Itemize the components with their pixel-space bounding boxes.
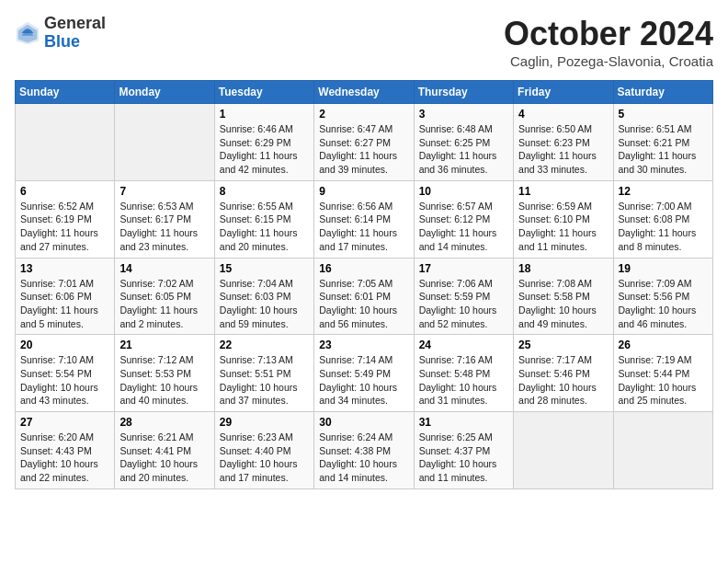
day-number: 28 [119, 416, 209, 429]
sunrise: Sunrise: 6:23 AM [220, 431, 293, 442]
day-info: Sunrise: 7:06 AM Sunset: 5:59 PM Dayligh… [419, 277, 508, 331]
calendar-cell: 28 Sunrise: 6:21 AM Sunset: 4:41 PM Dayl… [115, 412, 214, 489]
day-info: Sunrise: 7:02 AM Sunset: 6:05 PM Dayligh… [119, 277, 209, 331]
sunrise: Sunrise: 6:48 AM [419, 123, 493, 134]
header-row: SundayMondayTuesdayWednesdayThursdayFrid… [16, 81, 713, 104]
calendar-cell [16, 104, 115, 181]
week-row-5: 27 Sunrise: 6:20 AM Sunset: 4:43 PM Dayl… [16, 412, 713, 489]
calendar-cell: 8 Sunrise: 6:55 AM Sunset: 6:15 PM Dayli… [214, 180, 313, 258]
day-info: Sunrise: 6:53 AM Sunset: 6:17 PM Dayligh… [119, 200, 209, 254]
sunrise: Sunrise: 7:04 AM [220, 278, 293, 289]
column-header-sunday: Sunday [16, 81, 115, 104]
column-header-monday: Monday [115, 81, 214, 104]
day-number: 3 [419, 108, 508, 121]
sunset: Sunset: 6:12 PM [419, 213, 491, 224]
daylight: Daylight: 11 hours and 30 minutes. [619, 150, 697, 175]
calendar-cell: 7 Sunrise: 6:53 AM Sunset: 6:17 PM Dayli… [115, 180, 214, 258]
daylight: Daylight: 10 hours and 43 minutes. [20, 382, 98, 407]
sunset: Sunset: 5:54 PM [20, 368, 92, 379]
calendar-cell: 1 Sunrise: 6:46 AM Sunset: 6:29 PM Dayli… [214, 104, 313, 181]
daylight: Daylight: 10 hours and 25 minutes. [619, 382, 697, 407]
sunset: Sunset: 5:53 PM [119, 368, 191, 379]
column-header-friday: Friday [514, 81, 613, 104]
column-header-wednesday: Wednesday [314, 81, 414, 104]
daylight: Daylight: 11 hours and 2 minutes. [119, 304, 198, 329]
calendar-cell: 10 Sunrise: 6:57 AM Sunset: 6:12 PM Dayl… [414, 180, 513, 258]
sunset: Sunset: 5:56 PM [619, 291, 690, 302]
day-info: Sunrise: 7:14 AM Sunset: 5:49 PM Dayligh… [319, 353, 408, 408]
sunset: Sunset: 5:59 PM [419, 291, 491, 302]
day-number: 15 [220, 262, 309, 275]
daylight: Daylight: 10 hours and 56 minutes. [319, 304, 397, 329]
daylight: Daylight: 11 hours and 36 minutes. [419, 150, 497, 175]
calendar-cell: 4 Sunrise: 6:50 AM Sunset: 6:23 PM Dayli… [514, 104, 613, 181]
calendar-cell: 13 Sunrise: 7:01 AM Sunset: 6:06 PM Dayl… [16, 258, 115, 335]
daylight: Daylight: 10 hours and 20 minutes. [119, 458, 198, 483]
day-number: 23 [319, 339, 408, 351]
day-info: Sunrise: 6:59 AM Sunset: 6:10 PM Dayligh… [518, 200, 608, 254]
calendar-cell: 5 Sunrise: 6:51 AM Sunset: 6:21 PM Dayli… [613, 104, 712, 181]
day-number: 27 [20, 416, 109, 429]
sunrise: Sunrise: 7:16 AM [419, 354, 493, 365]
daylight: Daylight: 11 hours and 27 minutes. [20, 227, 98, 252]
sunset: Sunset: 5:48 PM [419, 368, 491, 379]
sunset: Sunset: 4:43 PM [20, 445, 92, 456]
calendar-cell: 11 Sunrise: 6:59 AM Sunset: 6:10 PM Dayl… [514, 180, 613, 258]
day-info: Sunrise: 6:24 AM Sunset: 4:38 PM Dayligh… [319, 431, 408, 485]
day-info: Sunrise: 6:51 AM Sunset: 6:21 PM Dayligh… [619, 122, 708, 177]
day-number: 30 [319, 416, 408, 429]
sunrise: Sunrise: 6:24 AM [319, 431, 392, 442]
calendar-cell: 20 Sunrise: 7:10 AM Sunset: 5:54 PM Dayl… [16, 335, 115, 412]
sunrise: Sunrise: 7:00 AM [619, 201, 692, 212]
calendar-cell: 12 Sunrise: 7:00 AM Sunset: 6:08 PM Dayl… [613, 180, 712, 258]
sunset: Sunset: 6:27 PM [319, 137, 391, 148]
sunrise: Sunrise: 6:56 AM [319, 201, 392, 212]
day-number: 18 [518, 262, 608, 275]
column-header-thursday: Thursday [414, 81, 513, 104]
sunrise: Sunrise: 6:52 AM [20, 201, 94, 212]
sunset: Sunset: 5:46 PM [518, 368, 590, 379]
week-row-4: 20 Sunrise: 7:10 AM Sunset: 5:54 PM Dayl… [16, 335, 713, 412]
sunset: Sunset: 6:15 PM [220, 213, 291, 224]
calendar-cell: 16 Sunrise: 7:05 AM Sunset: 6:01 PM Dayl… [314, 258, 414, 335]
sunset: Sunset: 6:14 PM [319, 213, 391, 224]
calendar-cell: 25 Sunrise: 7:17 AM Sunset: 5:46 PM Dayl… [514, 335, 613, 412]
sunrise: Sunrise: 7:02 AM [119, 278, 193, 289]
main-title: October 2024 [504, 15, 713, 53]
sunrise: Sunrise: 7:01 AM [20, 278, 94, 289]
day-info: Sunrise: 6:21 AM Sunset: 4:41 PM Dayligh… [119, 431, 209, 485]
calendar-cell: 23 Sunrise: 7:14 AM Sunset: 5:49 PM Dayl… [314, 335, 414, 412]
sunrise: Sunrise: 7:12 AM [119, 354, 193, 365]
day-number: 21 [119, 339, 209, 351]
daylight: Daylight: 10 hours and 28 minutes. [518, 382, 597, 407]
day-number: 20 [20, 339, 109, 351]
day-info: Sunrise: 7:16 AM Sunset: 5:48 PM Dayligh… [419, 353, 508, 408]
day-info: Sunrise: 6:47 AM Sunset: 6:27 PM Dayligh… [319, 122, 408, 177]
sunrise: Sunrise: 7:19 AM [619, 354, 692, 365]
day-number: 24 [419, 339, 508, 351]
sunrise: Sunrise: 6:21 AM [119, 431, 193, 442]
sunset: Sunset: 5:51 PM [220, 368, 291, 379]
daylight: Daylight: 10 hours and 22 minutes. [20, 458, 98, 483]
daylight: Daylight: 10 hours and 40 minutes. [119, 382, 198, 407]
daylight: Daylight: 11 hours and 17 minutes. [319, 227, 397, 252]
calendar-cell: 18 Sunrise: 7:08 AM Sunset: 5:58 PM Dayl… [514, 258, 613, 335]
daylight: Daylight: 11 hours and 33 minutes. [518, 150, 597, 175]
day-info: Sunrise: 6:25 AM Sunset: 4:37 PM Dayligh… [419, 431, 508, 485]
sunset: Sunset: 6:25 PM [419, 137, 491, 148]
sunset: Sunset: 6:21 PM [619, 137, 690, 148]
daylight: Daylight: 10 hours and 31 minutes. [419, 382, 497, 407]
sunrise: Sunrise: 7:13 AM [220, 354, 293, 365]
daylight: Daylight: 11 hours and 14 minutes. [419, 227, 497, 252]
day-info: Sunrise: 6:55 AM Sunset: 6:15 PM Dayligh… [220, 200, 309, 254]
day-number: 1 [220, 108, 309, 121]
calendar-cell: 2 Sunrise: 6:47 AM Sunset: 6:27 PM Dayli… [314, 104, 414, 181]
logo-icon [15, 20, 40, 46]
day-info: Sunrise: 7:12 AM Sunset: 5:53 PM Dayligh… [119, 353, 209, 408]
calendar-cell: 9 Sunrise: 6:56 AM Sunset: 6:14 PM Dayli… [314, 180, 414, 258]
day-info: Sunrise: 7:05 AM Sunset: 6:01 PM Dayligh… [319, 277, 408, 331]
day-info: Sunrise: 7:04 AM Sunset: 6:03 PM Dayligh… [220, 277, 309, 331]
day-info: Sunrise: 7:17 AM Sunset: 5:46 PM Dayligh… [518, 353, 608, 408]
calendar-cell: 15 Sunrise: 7:04 AM Sunset: 6:03 PM Dayl… [214, 258, 313, 335]
column-header-tuesday: Tuesday [214, 81, 313, 104]
